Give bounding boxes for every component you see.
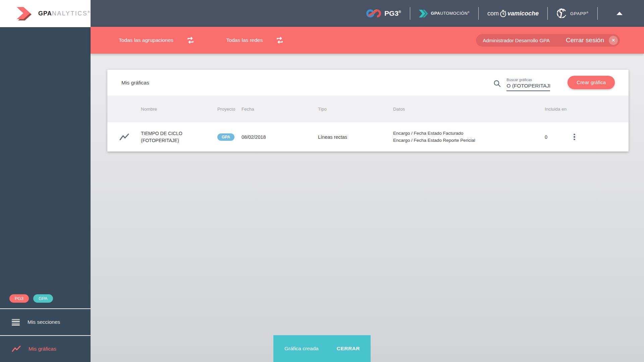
col-header-datos: Datos	[393, 107, 521, 112]
top-header: PG3® GPAUTOMOCIÓN® com vamicoche GPAPP®	[91, 0, 644, 27]
search-input-value[interactable]: O (FOTOPERITAJE)	[506, 83, 550, 91]
logout-close-icon: ✕	[609, 36, 618, 45]
col-header-fecha: Fecha	[241, 107, 318, 112]
stopwatch-icon	[499, 9, 507, 17]
collapse-header-caret-icon[interactable]	[616, 12, 623, 15]
gpanalytics-arrow-icon	[15, 6, 34, 22]
table-header-row: Nombre Proyecto Fecha Tipo Datos Incluid…	[107, 96, 629, 122]
badge-gpa[interactable]: GPA	[33, 294, 53, 303]
col-header-proyecto: Proyecto	[217, 107, 241, 112]
main-content: Mis gráficas Buscar gráficas O (FOTOPERI…	[91, 54, 644, 362]
cell-datos: Encargo / Fecha Estado Facturado Encargo…	[393, 130, 521, 144]
snackbar-close-button[interactable]: CERRAR	[337, 346, 360, 352]
logout-button[interactable]: Cerrar sesión ✕	[566, 36, 618, 45]
badge-pg3[interactable]: PG3	[9, 294, 29, 303]
pg3-label: PG3®	[384, 9, 401, 17]
logo-reg: ®	[88, 10, 90, 14]
create-grafica-button[interactable]: Crear gráfica	[568, 76, 615, 89]
graficas-card: Mis gráficas Buscar gráficas O (FOTOPERI…	[107, 70, 629, 152]
sidebar-badges: PG3 GPA	[0, 294, 91, 308]
redes-filter[interactable]: Todas las redes	[226, 37, 263, 43]
sidebar: PG3 GPA Mis secciones Mis gráficas	[0, 27, 91, 362]
cell-tipo: Líneas rectas	[318, 134, 393, 140]
swap-agrupaciones-icon[interactable]	[186, 36, 195, 45]
search-input-label: Buscar gráficas	[506, 78, 550, 82]
brand-gpapp[interactable]: GPAPP®	[556, 8, 589, 19]
cell-proyecto: GPA	[217, 133, 241, 141]
header-divider	[597, 7, 598, 20]
datos-line: Encargo / Fecha Estado Reporte Pericial	[393, 137, 521, 144]
col-header-tipo: Tipo	[318, 107, 393, 112]
sidebar-item-mis-graficas[interactable]: Mis gráficas	[0, 335, 91, 362]
col-header-nombre: Nombre	[141, 107, 217, 112]
app-logo[interactable]: GPANALYTICS®	[0, 0, 91, 27]
filter-toolbar: Todas las agrupaciones Todas las redes A…	[91, 27, 644, 54]
snackbar: Gráfica creada CERRAR	[273, 335, 371, 362]
gpapp-wrench-icon	[556, 8, 567, 19]
logo-light: NALYTICS	[52, 10, 88, 17]
datos-line: Encargo / Fecha Estado Facturado	[393, 130, 521, 137]
line-chart-icon	[12, 346, 21, 352]
table-row[interactable]: TIEMPO DE CICLO (FOTOPERITAJE) GPA 08/02…	[107, 122, 629, 152]
cell-fecha: 08/02/2018	[241, 134, 318, 140]
header-divider	[478, 7, 479, 20]
brand-comprovamicoche[interactable]: com vamicoche	[487, 9, 539, 17]
cell-incluida-en: 0	[521, 134, 571, 140]
menu-icon	[12, 319, 20, 325]
page-title: Mis gráficas	[121, 80, 149, 86]
session-pill: Administrador Desarrollo GPA Cerrar sesi…	[476, 34, 620, 47]
brand-gpautomocion[interactable]: GPAUTOMOCIÓN®	[419, 10, 470, 17]
proyecto-badge: GPA	[217, 133, 234, 141]
search-input[interactable]: Buscar gráficas O (FOTOPERITAJE)	[506, 78, 550, 91]
app-logo-text: GPANALYTICS®	[38, 10, 90, 17]
logo-bold: GPA	[38, 10, 52, 17]
gpapp-label: GPAPP®	[570, 11, 589, 16]
brand-pg3[interactable]: PG3®	[366, 8, 401, 19]
row-menu-kebab-icon[interactable]	[571, 134, 581, 140]
col-header-incluida-en: Incluida en	[521, 107, 571, 112]
swap-redes-icon[interactable]	[275, 36, 284, 45]
card-header-actions: Buscar gráficas O (FOTOPERITAJE) Crear g…	[493, 76, 615, 90]
header-divider	[410, 7, 410, 20]
sidebar-item-label: Mis secciones	[28, 319, 60, 325]
card-header: Mis gráficas Buscar gráficas O (FOTOPERI…	[107, 70, 629, 96]
logout-label: Cerrar sesión	[566, 37, 604, 44]
sidebar-item-mis-secciones[interactable]: Mis secciones	[0, 308, 91, 335]
search-icon[interactable]	[493, 79, 501, 88]
agrupaciones-filter[interactable]: Todas las agrupaciones	[119, 37, 173, 43]
current-user-label[interactable]: Administrador Desarrollo GPA	[483, 38, 550, 43]
pg3-infinity-icon	[366, 8, 381, 19]
snackbar-message: Gráfica creada	[284, 346, 319, 352]
cell-nombre: TIEMPO DE CICLO (FOTOPERITAJE)	[141, 130, 217, 144]
header-divider	[547, 7, 548, 20]
gpautomocion-arrow-icon	[419, 10, 428, 17]
line-chart-icon	[119, 133, 129, 141]
sidebar-item-label: Mis gráficas	[29, 346, 56, 352]
gpautomocion-label: GPAUTOMOCIÓN®	[431, 11, 470, 16]
comprovamicoche-label: com vamicoche	[487, 9, 539, 17]
